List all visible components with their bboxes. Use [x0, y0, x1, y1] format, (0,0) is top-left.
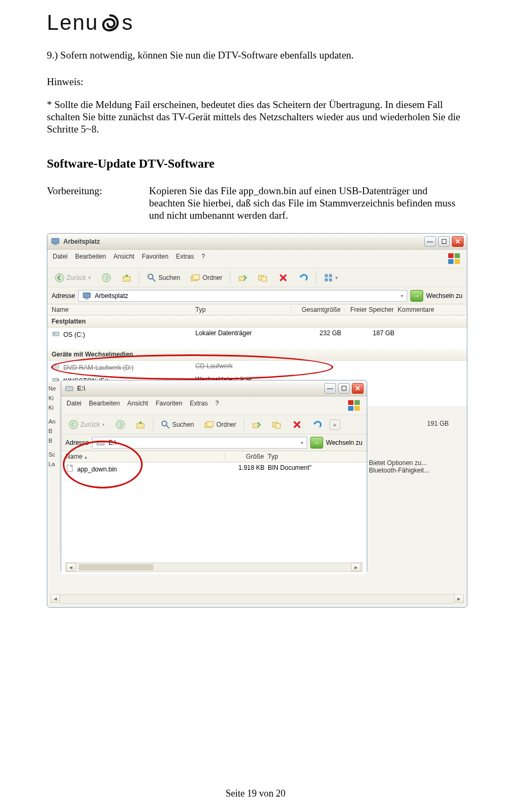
window-title-sub: E:\ — [77, 385, 321, 392]
address-input[interactable]: E:\ ▾ — [92, 437, 307, 449]
scroll-thumb[interactable] — [79, 564, 153, 570]
svg-rect-27 — [137, 423, 144, 428]
brand-logo: Lenu s — [47, 11, 464, 35]
svg-rect-34 — [276, 423, 281, 428]
scrollbar-sub[interactable]: ◂ ▸ — [65, 562, 362, 572]
scroll-right-icon[interactable]: ▸ — [454, 594, 464, 603]
col-name[interactable]: Name — [52, 306, 195, 313]
col-name[interactable]: Name▴ — [65, 453, 225, 460]
svg-line-29 — [166, 425, 169, 428]
drive-icon — [96, 438, 105, 448]
scroll-left-icon[interactable]: ◂ — [51, 594, 60, 603]
row-app-down-bin[interactable]: app_down.bin 1.918 KB BIN Document" — [61, 462, 367, 476]
col-typ[interactable]: Typ — [195, 306, 291, 313]
address-input[interactable]: Arbeitsplatz ▾ — [78, 290, 407, 302]
menu-bearbeiten[interactable]: Bearbeiten — [75, 253, 106, 264]
search-button[interactable]: Suchen — [158, 418, 197, 431]
go-arrow-icon: → — [314, 439, 320, 446]
toolbar-sub: Zurück▾ Suchen Ordner » — [61, 415, 367, 434]
listing-sub: app_down.bin 1.918 KB BIN Document" ◂ ▸ — [61, 462, 367, 574]
delete-x-icon — [278, 273, 288, 283]
delete-x-icon — [292, 420, 302, 429]
svg-point-5 — [148, 274, 153, 279]
menu-extras[interactable]: Extras — [189, 400, 208, 411]
folders-button[interactable]: Ordner — [201, 418, 239, 431]
copy-to-button[interactable] — [269, 418, 285, 431]
svg-rect-18 — [53, 332, 59, 336]
up-button[interactable] — [119, 271, 135, 284]
logo-suffix: s — [122, 11, 134, 35]
back-button[interactable]: Zurück ▾ — [52, 271, 94, 284]
menu-datei[interactable]: Datei — [53, 253, 68, 264]
menu-help[interactable]: ? — [201, 253, 205, 264]
menu-favoriten[interactable]: Favoriten — [142, 253, 168, 264]
svg-point-25 — [69, 420, 78, 429]
maximize-button[interactable]: ☐ — [438, 236, 450, 247]
dropdown-icon[interactable]: ▾ — [401, 293, 403, 299]
svg-rect-24 — [65, 386, 73, 391]
toolbar-overflow-button[interactable]: » — [329, 419, 340, 430]
address-label: Adresse — [52, 292, 75, 300]
logo-text: Lenu — [47, 11, 98, 35]
menu-ansicht[interactable]: Ansicht — [113, 253, 134, 264]
folders-icon — [191, 273, 200, 283]
menu-favoriten[interactable]: Favoriten — [155, 400, 182, 411]
move-to-icon — [252, 420, 261, 429]
go-button[interactable]: → — [310, 437, 323, 449]
svg-rect-15 — [329, 278, 332, 281]
titlebar-main[interactable]: Arbeitsplatz — ☐ ✕ — [47, 234, 467, 250]
scrollbar-main[interactable]: ◂ ▸ — [51, 594, 464, 604]
row-os-c[interactable]: OS (C:) Lokaler Datenträger 232 GB 187 G… — [47, 328, 467, 341]
delete-button[interactable] — [289, 418, 305, 431]
svg-rect-11 — [262, 276, 267, 281]
page-footer: Seite 19 von 20 — [0, 788, 511, 799]
menu-ansicht[interactable]: Ansicht — [127, 400, 148, 411]
left-edge-fragments: Ne Ki Ki An B B Sc La — [47, 382, 60, 552]
menu-bearbeiten[interactable]: Bearbeiten — [89, 400, 120, 411]
move-to-button[interactable] — [235, 271, 251, 284]
close-button[interactable]: ✕ — [352, 383, 364, 394]
views-button[interactable]: ▾ — [320, 271, 341, 284]
group-festplatten: Festplatten — [47, 316, 467, 328]
col-comments[interactable]: Kommentare — [398, 306, 467, 313]
hint-label: Hinweis: — [47, 76, 464, 88]
minimize-button[interactable]: — — [424, 236, 436, 247]
col-total[interactable]: Gesamtgröße — [291, 306, 344, 313]
search-button[interactable]: Suchen — [144, 271, 184, 284]
svg-rect-14 — [325, 278, 328, 281]
col-typ[interactable]: Typ — [268, 453, 367, 460]
forward-button[interactable] — [112, 418, 128, 431]
back-button[interactable]: Zurück▾ — [65, 418, 108, 431]
dvd-icon — [52, 362, 60, 372]
up-button[interactable] — [133, 418, 149, 431]
titlebar-sub[interactable]: E:\ — ☐ ✕ — [61, 380, 367, 396]
undo-button[interactable] — [309, 418, 325, 431]
dropdown-icon[interactable]: ▾ — [301, 440, 303, 445]
svg-rect-13 — [329, 274, 332, 277]
col-free[interactable]: Freier Speicher — [344, 306, 398, 313]
menu-extras[interactable]: Extras — [176, 253, 194, 264]
go-button[interactable]: → — [410, 290, 423, 302]
screenshot-composite: Arbeitsplatz — ☐ ✕ Datei Bearbeiten Ansi… — [47, 233, 467, 611]
row-dvd-d[interactable]: DVD-RAM-Laufwerk (D:) CD-Laufwerk — [47, 361, 467, 374]
explorer-window-sub: E:\ — ☐ ✕ Datei Bearbeiten Ansicht Favor… — [61, 380, 367, 574]
move-to-icon — [238, 273, 248, 283]
minimize-button[interactable]: — — [324, 383, 336, 394]
menu-help[interactable]: ? — [215, 400, 219, 411]
folders-button[interactable]: Ordner — [187, 271, 225, 284]
maximize-button[interactable]: ☐ — [338, 383, 350, 394]
forward-button[interactable] — [98, 271, 114, 284]
copy-to-button[interactable] — [255, 271, 271, 284]
scroll-right-icon[interactable]: ▸ — [351, 563, 361, 571]
windows-flag-icon — [348, 400, 361, 411]
copy-to-icon — [258, 273, 268, 283]
col-size[interactable]: Größe — [225, 453, 268, 460]
move-to-button[interactable] — [249, 418, 265, 431]
search-icon — [161, 420, 170, 429]
undo-button[interactable] — [295, 271, 311, 284]
close-button[interactable]: ✕ — [452, 236, 464, 247]
menu-datei[interactable]: Datei — [67, 400, 81, 411]
back-arrow-icon — [69, 420, 78, 429]
delete-button[interactable] — [275, 271, 291, 284]
scroll-left-icon[interactable]: ◂ — [66, 563, 76, 571]
